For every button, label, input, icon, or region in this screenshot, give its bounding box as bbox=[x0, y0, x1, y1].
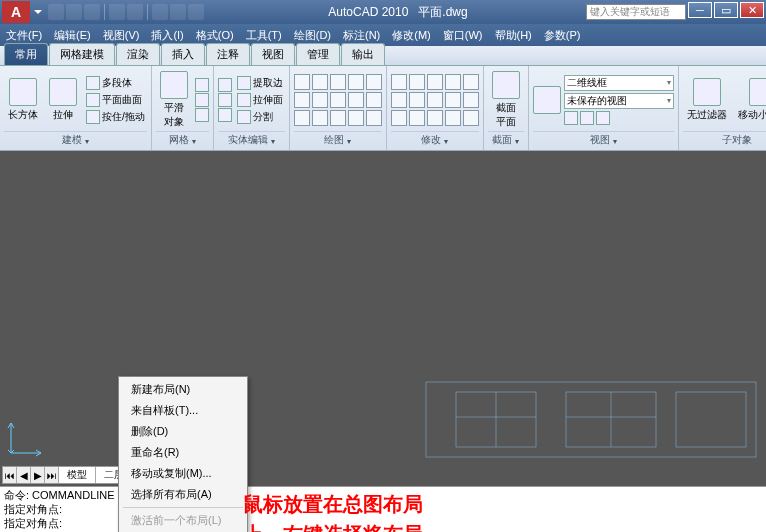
section-plane-button[interactable]: 截面 平面 bbox=[488, 69, 524, 131]
draw-tool-icon[interactable] bbox=[294, 110, 310, 126]
modify-tool-icon[interactable] bbox=[391, 92, 407, 108]
presspull-button[interactable]: 按住/拖动 bbox=[84, 109, 147, 125]
tab-output[interactable]: 输出 bbox=[341, 43, 385, 65]
tab-prev-button[interactable]: ◀ bbox=[17, 467, 31, 483]
tab-render[interactable]: 渲染 bbox=[116, 43, 160, 65]
panel-expand-icon[interactable] bbox=[515, 135, 519, 146]
draw-tool-icon[interactable] bbox=[312, 110, 328, 126]
panel-expand-icon[interactable] bbox=[444, 135, 448, 146]
modify-tool-icon[interactable] bbox=[409, 92, 425, 108]
menu-parametric[interactable]: 参数(P) bbox=[544, 28, 581, 43]
ctx-rename[interactable]: 重命名(R) bbox=[119, 442, 247, 463]
modify-tool-icon[interactable] bbox=[427, 92, 443, 108]
panel-expand-icon[interactable] bbox=[192, 135, 196, 146]
qat-open-icon[interactable] bbox=[66, 4, 82, 20]
separate-button[interactable]: 分割 bbox=[235, 109, 285, 125]
app-menu-button[interactable] bbox=[2, 1, 30, 23]
modify-tool-icon[interactable] bbox=[463, 74, 479, 90]
modify-tool-icon[interactable] bbox=[409, 110, 425, 126]
minimize-button[interactable]: ─ bbox=[688, 2, 712, 18]
qat-undo-icon[interactable] bbox=[109, 4, 125, 20]
view-tool-icon[interactable] bbox=[580, 111, 594, 125]
tab-home[interactable]: 常用 bbox=[4, 43, 48, 65]
planesurf-button[interactable]: 平面曲面 bbox=[84, 92, 147, 108]
menu-window[interactable]: 窗口(W) bbox=[443, 28, 483, 43]
ctx-from-template[interactable]: 来自样板(T)... bbox=[119, 400, 247, 421]
menu-tools[interactable]: 工具(T) bbox=[246, 28, 282, 43]
extrude-face-button[interactable]: 拉伸面 bbox=[235, 92, 285, 108]
draw-tool-icon[interactable] bbox=[294, 92, 310, 108]
extrude-button[interactable]: 拉伸 bbox=[45, 76, 81, 124]
smooth-button[interactable]: 平滑 对象 bbox=[156, 69, 192, 131]
draw-tool-icon[interactable] bbox=[348, 92, 364, 108]
panel-expand-icon[interactable] bbox=[613, 135, 617, 146]
tab-next-button[interactable]: ▶ bbox=[31, 467, 45, 483]
view-tool-icon[interactable] bbox=[564, 111, 578, 125]
view-style-icon[interactable] bbox=[533, 86, 561, 114]
draw-tool-icon[interactable] bbox=[366, 74, 382, 90]
menu-dimension[interactable]: 标注(N) bbox=[343, 28, 380, 43]
draw-tool-icon[interactable] bbox=[348, 74, 364, 90]
tab-mesh[interactable]: 网格建模 bbox=[49, 43, 115, 65]
modify-tool-icon[interactable] bbox=[409, 74, 425, 90]
qat-redo-icon[interactable] bbox=[127, 4, 143, 20]
draw-tool-icon[interactable] bbox=[312, 92, 328, 108]
qat-item-icon[interactable] bbox=[188, 4, 204, 20]
tab-view[interactable]: 视图 bbox=[251, 43, 295, 65]
tab-last-button[interactable]: ⏭ bbox=[45, 467, 59, 483]
modify-tool-icon[interactable] bbox=[445, 74, 461, 90]
qat-new-icon[interactable] bbox=[48, 4, 64, 20]
panel-expand-icon[interactable] bbox=[85, 135, 89, 146]
modify-tool-icon[interactable] bbox=[445, 92, 461, 108]
menu-insert[interactable]: 插入(I) bbox=[151, 28, 183, 43]
modify-tool-icon[interactable] bbox=[427, 110, 443, 126]
mesh-tool-icon[interactable] bbox=[195, 93, 209, 107]
edit-tool-icon[interactable] bbox=[218, 78, 232, 92]
edit-tool-icon[interactable] bbox=[218, 93, 232, 107]
view-tool-icon[interactable] bbox=[596, 111, 610, 125]
menu-file[interactable]: 文件(F) bbox=[6, 28, 42, 43]
app-menu-arrow-icon[interactable] bbox=[34, 10, 42, 14]
modify-tool-icon[interactable] bbox=[463, 92, 479, 108]
menu-edit[interactable]: 编辑(E) bbox=[54, 28, 91, 43]
tab-insert[interactable]: 插入 bbox=[161, 43, 205, 65]
ctx-new-layout[interactable]: 新建布局(N) bbox=[119, 379, 247, 400]
mesh-tool-icon[interactable] bbox=[195, 78, 209, 92]
maximize-button[interactable]: ▭ bbox=[714, 2, 738, 18]
draw-tool-icon[interactable] bbox=[330, 74, 346, 90]
modify-tool-icon[interactable] bbox=[445, 110, 461, 126]
draw-tool-icon[interactable] bbox=[366, 92, 382, 108]
modify-tool-icon[interactable] bbox=[427, 74, 443, 90]
extract-edge-button[interactable]: 提取边 bbox=[235, 75, 285, 91]
tab-first-button[interactable]: ⏮ bbox=[3, 467, 17, 483]
draw-tool-icon[interactable] bbox=[330, 92, 346, 108]
draw-tool-icon[interactable] bbox=[294, 74, 310, 90]
draw-tool-icon[interactable] bbox=[366, 110, 382, 126]
panel-expand-icon[interactable] bbox=[271, 135, 275, 146]
tab-model[interactable]: 模型 bbox=[59, 467, 96, 483]
tab-annotate[interactable]: 注释 bbox=[206, 43, 250, 65]
modify-tool-icon[interactable] bbox=[391, 74, 407, 90]
draw-tool-icon[interactable] bbox=[312, 74, 328, 90]
visual-style-combo[interactable]: 二维线框 bbox=[564, 75, 674, 91]
ctx-move-copy[interactable]: 移动或复制(M)... bbox=[119, 463, 247, 484]
close-button[interactable]: ✕ bbox=[740, 2, 764, 18]
draw-tool-icon[interactable] bbox=[330, 110, 346, 126]
edit-tool-icon[interactable] bbox=[218, 108, 232, 122]
menu-modify[interactable]: 修改(M) bbox=[392, 28, 431, 43]
qat-item-icon[interactable] bbox=[170, 4, 186, 20]
modify-tool-icon[interactable] bbox=[391, 110, 407, 126]
qat-print-icon[interactable] bbox=[152, 4, 168, 20]
ctx-select-all[interactable]: 选择所有布局(A) bbox=[119, 484, 247, 505]
tab-manage[interactable]: 管理 bbox=[296, 43, 340, 65]
mesh-tool-icon[interactable] bbox=[195, 108, 209, 122]
drawing-canvas[interactable]: ⏮ ◀ ▶ ⏭ 模型 二层总图 新建布局(N) 来自样板(T)... 删除(D)… bbox=[0, 151, 766, 486]
help-search-input[interactable]: 键入关键字或短语 bbox=[586, 4, 686, 20]
menu-format[interactable]: 格式(O) bbox=[196, 28, 234, 43]
menu-view[interactable]: 视图(V) bbox=[103, 28, 140, 43]
no-filter-button[interactable]: 无过滤器 bbox=[683, 76, 731, 124]
saved-view-combo[interactable]: 未保存的视图 bbox=[564, 93, 674, 109]
draw-tool-icon[interactable] bbox=[348, 110, 364, 126]
polysolid-button[interactable]: 多段体 bbox=[84, 75, 147, 91]
ctx-delete[interactable]: 删除(D) bbox=[119, 421, 247, 442]
